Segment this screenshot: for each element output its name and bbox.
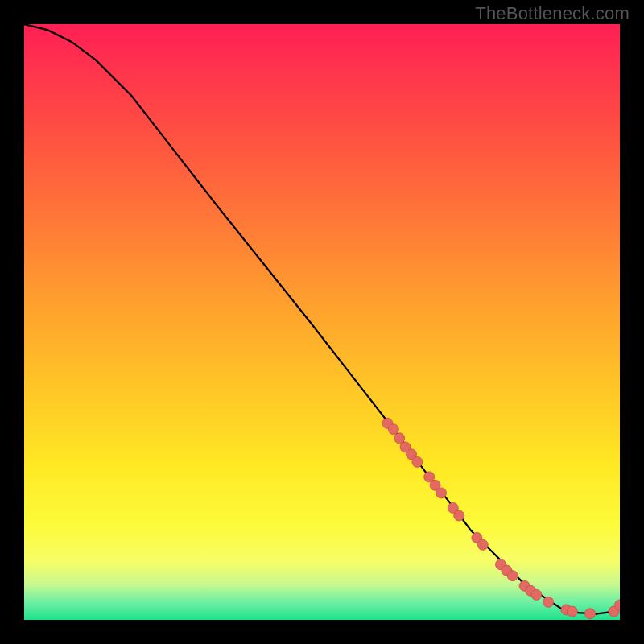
data-point (477, 539, 488, 550)
data-point (543, 597, 554, 607)
data-point (507, 571, 518, 581)
data-point (436, 488, 447, 498)
data-point (567, 606, 577, 617)
chart-background (24, 24, 620, 620)
data-point (388, 424, 398, 435)
data-point (454, 510, 464, 521)
watermark-text: TheBottleneck.com (475, 3, 630, 24)
data-point (585, 609, 596, 619)
bottleneck-curve (24, 24, 620, 614)
data-point (412, 456, 423, 467)
data-point (394, 433, 405, 444)
marker-group (382, 418, 620, 618)
data-point (531, 589, 542, 600)
chart-svg (24, 24, 620, 620)
